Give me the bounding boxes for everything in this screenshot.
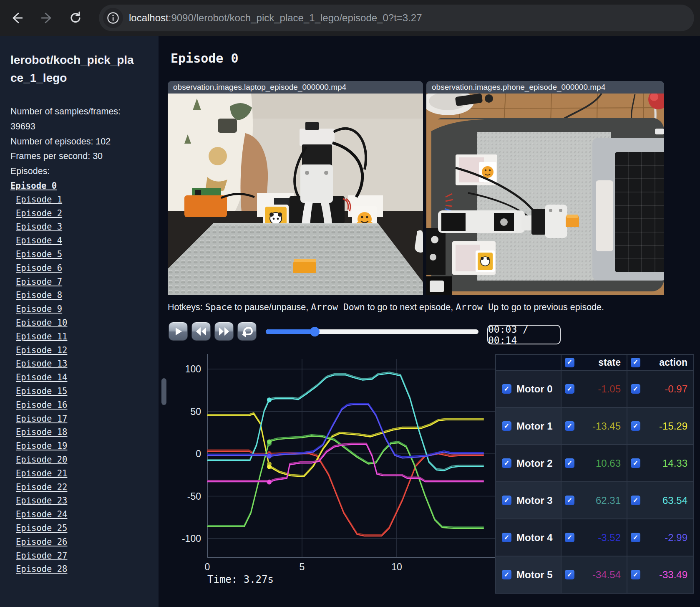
rewind-icon — [195, 326, 207, 336]
sidebar-episode-link[interactable]: Episode 17 — [16, 412, 67, 426]
browser-toolbar: localhost:9090/lerobot/koch_pick_place_1… — [0, 0, 700, 36]
motor-state-value: 10.63 — [574, 458, 627, 469]
hotkey-space: Space — [205, 302, 232, 312]
motor-table-body: Motor 0-1.05-0.97Motor 1-13.45-15.29Moto… — [496, 370, 694, 593]
stat-samples: Number of samples/frames: 39693 — [10, 104, 141, 134]
site-info-button[interactable] — [103, 8, 123, 28]
motor-state-value: -3.52 — [574, 532, 627, 544]
motor-row-checkbox[interactable] — [502, 384, 511, 394]
scrollbar-thumb[interactable] — [161, 378, 166, 405]
motor-state-checkbox[interactable] — [565, 533, 574, 542]
info-icon — [107, 12, 119, 24]
sidebar-episode-link[interactable]: Episode 15 — [16, 384, 67, 398]
table-row: Motor 0-1.05-0.97 — [496, 370, 694, 407]
sidebar-episode-link[interactable]: Episode 6 — [16, 261, 62, 275]
sidebar-episode-link[interactable]: Episode 25 — [16, 521, 67, 535]
sidebar-episode-link[interactable]: Episode 14 — [16, 371, 67, 384]
svg-text:10: 10 — [391, 561, 402, 572]
browser-reload-button[interactable] — [67, 9, 84, 27]
motor-state-checkbox[interactable] — [565, 458, 574, 468]
motor-row-checkbox[interactable] — [502, 496, 511, 505]
motor-action-checkbox[interactable] — [631, 421, 640, 431]
sidebar-episode-link[interactable]: Episode 23 — [16, 494, 67, 508]
dataset-stats: Number of samples/frames: 39693 Number o… — [10, 104, 141, 179]
sidebar-episode-link[interactable]: Episode 26 — [16, 535, 67, 549]
action-column-checkbox[interactable] — [631, 358, 640, 367]
sidebar-episode-link[interactable]: Episode 18 — [16, 425, 67, 439]
motor-action-checkbox[interactable] — [631, 533, 640, 542]
motor-state-value: -34.54 — [574, 569, 627, 581]
motor-action-checkbox[interactable] — [631, 496, 640, 505]
motor-name-label: Motor 4 — [516, 532, 553, 544]
motor-row-checkbox[interactable] — [502, 570, 511, 579]
video-laptop-title: observation.images.laptop_episode_000000… — [168, 81, 423, 94]
address-bar[interactable]: localhost:9090/lerobot/koch_pick_place_1… — [99, 5, 694, 31]
sidebar-episode-link[interactable]: Episode 27 — [16, 549, 67, 563]
sidebar-episode-link[interactable]: Episode 22 — [16, 481, 67, 494]
motor-state-checkbox[interactable] — [565, 384, 574, 394]
play-button[interactable] — [169, 322, 188, 341]
motor-state-checkbox[interactable] — [565, 570, 574, 579]
motor-name-cell: Motor 2 — [496, 445, 561, 482]
motor-state-checkbox[interactable] — [565, 421, 574, 431]
rewind-button[interactable] — [191, 322, 211, 341]
loop-button[interactable] — [237, 322, 257, 341]
sidebar-episode-link[interactable]: Episode 5 — [16, 248, 62, 261]
motor-chart-canvas: 100500-50-1000510 — [175, 353, 496, 587]
sidebar-episode-link[interactable]: Episode 24 — [16, 508, 67, 521]
slider-thumb[interactable] — [310, 327, 320, 336]
sidebar-episode-link[interactable]: Episode 20 — [16, 453, 67, 467]
sidebar-episode-link[interactable]: Episode 0 — [10, 179, 57, 193]
browser-forward-button[interactable] — [38, 9, 56, 27]
state-column-label: state — [574, 357, 627, 368]
playback-slider[interactable] — [266, 329, 478, 334]
url-host: localhost — [129, 12, 169, 23]
sidebar-episode-link[interactable]: Episode 7 — [16, 275, 62, 289]
motor-chart[interactable]: 100500-50-1000510 — [175, 353, 496, 587]
motor-name-cell: Motor 1 — [496, 407, 561, 445]
motor-state-value: -1.05 — [574, 383, 627, 395]
table-row: Motor 210.6314.33 — [496, 445, 694, 482]
svg-text:50: 50 — [190, 406, 201, 417]
motor-action-cell: -33.49 — [627, 556, 694, 593]
stat-fps: Frames per second: 30 — [10, 149, 141, 164]
sidebar-episode-link[interactable]: Episode 9 — [16, 302, 62, 316]
sidebar-episode-link[interactable]: Episode 11 — [16, 330, 67, 344]
motor-row-checkbox[interactable] — [502, 421, 511, 431]
motor-action-cell: -15.29 — [627, 407, 694, 445]
sidebar: lerobot/koch_pick_place_1_lego Number of… — [0, 36, 159, 607]
motor-action-checkbox[interactable] — [631, 570, 640, 579]
motor-state-value: 62.31 — [574, 495, 627, 506]
sidebar-episode-link[interactable]: Episode 19 — [16, 439, 67, 453]
state-column-checkbox[interactable] — [565, 358, 574, 367]
sidebar-episode-link[interactable]: Episode 16 — [16, 398, 67, 412]
slider-fill — [266, 329, 315, 334]
sidebar-episode-link[interactable]: Episode 4 — [16, 234, 62, 248]
play-icon — [173, 326, 184, 337]
sidebar-episode-link[interactable]: Episode 21 — [16, 467, 67, 481]
motor-row-checkbox[interactable] — [502, 458, 511, 468]
header-empty-cell — [496, 354, 561, 370]
motor-name-label: Motor 3 — [516, 495, 553, 506]
motor-action-checkbox[interactable] — [631, 458, 640, 468]
motor-action-cell: 63.54 — [627, 482, 694, 519]
motor-action-value: -2.99 — [640, 532, 693, 544]
sidebar-episode-link[interactable]: Episode 1 — [16, 193, 62, 207]
motor-name-cell: Motor 5 — [496, 556, 561, 593]
sidebar-episode-link[interactable]: Episode 3 — [16, 220, 62, 234]
motor-action-checkbox[interactable] — [631, 384, 640, 394]
action-column-label: action — [640, 357, 693, 368]
motor-action-value: 14.33 — [640, 458, 693, 469]
sidebar-episode-link[interactable]: Episode 12 — [16, 344, 67, 357]
browser-back-button[interactable] — [8, 9, 25, 27]
sidebar-episode-link[interactable]: Episode 13 — [16, 357, 67, 371]
sidebar-episode-link[interactable]: Episode 10 — [16, 316, 67, 330]
current-time-label: Time: 3.27s — [207, 574, 274, 585]
fast-forward-button[interactable] — [214, 322, 234, 341]
sidebar-episode-link[interactable]: Episode 28 — [16, 562, 67, 576]
sidebar-episode-link[interactable]: Episode 2 — [16, 207, 62, 220]
sidebar-episode-link[interactable]: Episode 8 — [16, 288, 62, 302]
motor-state-cell: -13.45 — [561, 407, 627, 445]
motor-row-checkbox[interactable] — [502, 533, 511, 542]
motor-state-checkbox[interactable] — [565, 496, 574, 505]
